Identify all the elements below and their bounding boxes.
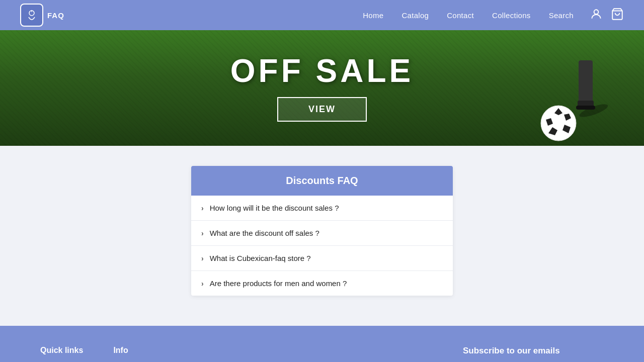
chevron-icon-4: › <box>201 280 204 288</box>
logo-diamond <box>20 4 43 27</box>
faq-question-3: What is Cubexican-faq store ? <box>210 254 311 262</box>
chevron-icon-3: › <box>201 254 204 262</box>
nav-catalog[interactable]: Catalog <box>401 11 429 20</box>
hero-section: OFF SALE VIEW <box>0 30 644 146</box>
svg-point-2 <box>594 10 599 14</box>
cart-icon[interactable] <box>611 8 624 23</box>
nav-links: Home Catalog Contact Collections Search <box>363 11 574 20</box>
faq-item-3[interactable]: › What is Cubexican-faq store ? <box>191 246 453 271</box>
logo-text: FAQ <box>47 11 64 20</box>
footer-subscribe: Subscribe to our emails Subscribe → Shar… <box>463 346 604 362</box>
hero-content: OFF SALE VIEW <box>230 55 414 122</box>
faq-container: Discounts FAQ › How long will it be the … <box>191 166 453 296</box>
nav-search[interactable]: Search <box>549 11 574 20</box>
nav-collections[interactable]: Collections <box>492 11 531 20</box>
faq-header: Discounts FAQ <box>191 166 453 196</box>
quick-links-title: Quick links <box>40 346 83 355</box>
faq-item-4[interactable]: › Are there products for men and women ? <box>191 271 453 296</box>
nav-icons <box>590 8 624 23</box>
faq-question-1: How long will it be the discount sales ? <box>210 204 339 212</box>
footer-info: Info Search <box>113 346 135 362</box>
chevron-icon-2: › <box>201 229 204 237</box>
hero-decoration <box>493 30 644 146</box>
footer: Quick links Search Info Search Subscribe… <box>0 326 644 362</box>
nav-contact[interactable]: Contact <box>447 11 474 20</box>
faq-question-2: What are the discount off sales ? <box>210 229 319 237</box>
view-button[interactable]: VIEW <box>277 97 367 122</box>
logo[interactable]: FAQ <box>20 4 64 27</box>
faq-question-4: Are there products for men and women ? <box>210 279 347 288</box>
navbar: FAQ Home Catalog Contact Collections Sea… <box>0 0 644 30</box>
svg-rect-7 <box>576 106 595 110</box>
footer-quick-links: Quick links Search <box>40 346 83 362</box>
faq-section: Discounts FAQ › How long will it be the … <box>0 146 644 326</box>
svg-rect-5 <box>579 60 593 106</box>
info-title: Info <box>113 346 135 355</box>
faq-item-2[interactable]: › What are the discount off sales ? <box>191 221 453 246</box>
nav-home[interactable]: Home <box>363 11 383 20</box>
subscribe-title: Subscribe to our emails <box>463 346 604 356</box>
hero-title: OFF SALE <box>230 55 414 87</box>
chevron-icon-1: › <box>201 204 204 212</box>
faq-item-1[interactable]: › How long will it be the discount sales… <box>191 196 453 221</box>
account-icon[interactable] <box>590 8 603 23</box>
